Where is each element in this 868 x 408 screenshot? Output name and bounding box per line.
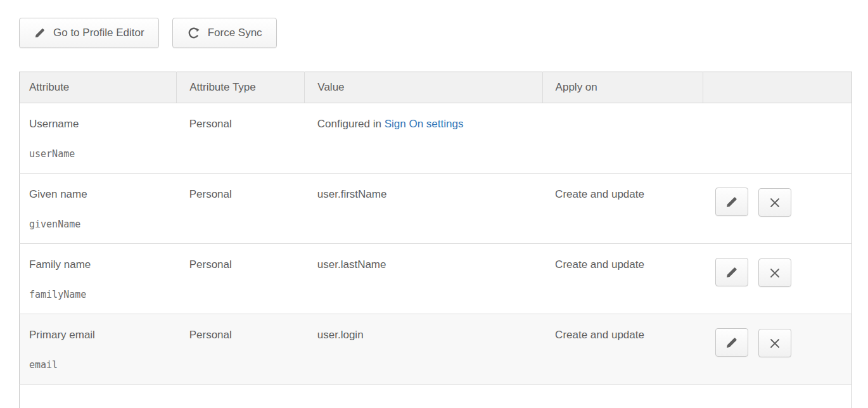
- column-header-attribute: Attribute: [20, 72, 177, 103]
- apply-on-value: Create and update: [555, 258, 644, 271]
- close-icon: [769, 196, 781, 209]
- pencil-icon: [725, 195, 739, 209]
- pencil-icon: [725, 336, 739, 350]
- remove-attribute-button[interactable]: [758, 329, 791, 357]
- go-to-profile-editor-button[interactable]: Go to Profile Editor: [19, 18, 159, 48]
- attribute-variable-name: givenName: [29, 218, 170, 231]
- attribute-label: Family name: [29, 258, 170, 272]
- attribute-variable-name: userName: [29, 148, 170, 160]
- close-icon: [769, 267, 781, 279]
- go-to-profile-editor-label: Go to Profile Editor: [53, 27, 144, 39]
- edit-attribute-button[interactable]: [715, 258, 748, 286]
- attribute-label: Primary email: [29, 328, 170, 342]
- value-text: user.login: [317, 329, 364, 341]
- attribute-variable-name: familyName: [29, 288, 170, 301]
- table-row-primary-email: Primary email email Personal user.login …: [20, 314, 852, 385]
- close-icon: [769, 337, 781, 350]
- column-header-apply-on: Apply on: [542, 72, 703, 103]
- value-text: user.lastName: [317, 258, 386, 271]
- attribute-label: Given name: [29, 188, 170, 201]
- attribute-label: Username: [29, 117, 170, 131]
- refresh-icon: [187, 26, 201, 40]
- column-header-value: Value: [305, 72, 542, 103]
- remove-attribute-button[interactable]: [758, 188, 791, 217]
- column-header-attribute-type: Attribute Type: [177, 72, 305, 103]
- remove-attribute-button[interactable]: [758, 258, 791, 287]
- attribute-type: Personal: [189, 188, 232, 200]
- table-row-given-name: Given name givenName Personal user.first…: [20, 174, 852, 244]
- force-sync-label: Force Sync: [208, 27, 262, 39]
- attribute-mappings-table: Attribute Attribute Type Value Apply on …: [19, 72, 852, 408]
- edit-attribute-button[interactable]: [715, 328, 748, 357]
- attribute-variable-name: email: [29, 359, 170, 371]
- table-row-family-name: Family name familyName Personal user.las…: [20, 244, 852, 314]
- pencil-icon: [34, 27, 46, 39]
- apply-on-value: Create and update: [555, 329, 644, 341]
- force-sync-button[interactable]: Force Sync: [172, 18, 277, 48]
- pencil-icon: [725, 265, 739, 279]
- attribute-type: Personal: [189, 329, 232, 341]
- apply-on-value: Create and update: [555, 188, 644, 200]
- table-header: Attribute Attribute Type Value Apply on: [20, 72, 852, 103]
- edit-attribute-button[interactable]: [715, 188, 748, 216]
- attribute-type: Personal: [189, 258, 232, 271]
- attribute-type: Personal: [189, 118, 232, 130]
- value-text: user.firstName: [317, 188, 387, 200]
- table-row-partial: [20, 385, 852, 408]
- sign-on-settings-link[interactable]: Sign On settings: [385, 118, 464, 130]
- table-row-username: Username userName Personal Configured in…: [20, 103, 852, 174]
- column-header-actions: [703, 72, 852, 103]
- value-text: Configured in: [317, 118, 385, 130]
- toolbar: Go to Profile Editor Force Sync: [19, 18, 868, 48]
